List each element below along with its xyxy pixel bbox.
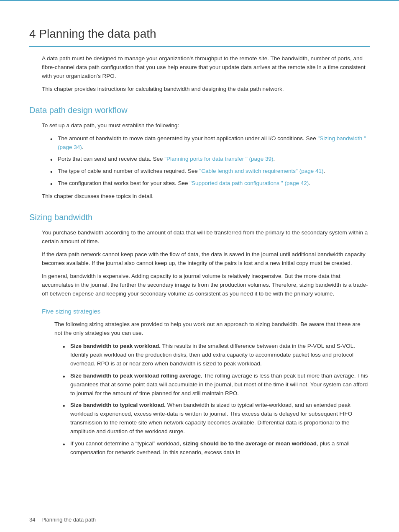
bullet-list-data-path: The amount of bandwidth to move data gen… — [50, 134, 370, 188]
list-item: The configuration that works best for yo… — [50, 179, 370, 188]
bullet-text-4: The configuration that works best for yo… — [58, 180, 189, 186]
strategy-3-bold: Size bandwidth to typical workload. — [70, 402, 166, 408]
list-item: Size bandwidth to peak workload. This re… — [63, 342, 370, 368]
footer-page-number: 34 — [29, 517, 35, 523]
section-body-data-path: To set up a data path, you must establis… — [42, 121, 370, 201]
list-item: The amount of bandwidth to move data gen… — [50, 134, 370, 152]
strategy-4-prefix: If you cannot determine a “typical” work… — [70, 440, 181, 447]
list-item: Size bandwidth to typical workload. When… — [63, 401, 370, 436]
list-item: Size bandwidth to peak workload rolling … — [63, 372, 370, 398]
subsection-body-five-strategies: The following sizing strategies are prov… — [54, 320, 370, 457]
page-footer: 34 Planning the data path — [29, 516, 96, 524]
strategy-1-bold: Size bandwidth to peak workload. — [70, 343, 161, 349]
bullet-text-2: Ports that can send and receive data. Se… — [58, 156, 164, 162]
top-border-decoration — [0, 0, 399, 1]
chapter-title: 4 Planning the data path — [29, 25, 370, 47]
list-item: The type of cable and number of switches… — [50, 167, 370, 176]
link-cable-length[interactable]: "Cable length and switch requirements" (… — [199, 168, 323, 174]
sizing-para-1: You purchase bandwidth according to the … — [42, 229, 370, 246]
section-title-data-path: Data path design workflow — [29, 104, 370, 116]
bullet-list-strategies: Size bandwidth to peak workload. This re… — [63, 342, 370, 457]
five-strategies-intro: The following sizing strategies are prov… — [54, 320, 370, 338]
section-intro-data-path: To set up a data path, you must establis… — [42, 121, 370, 130]
bullet-text-3: The type of cable and number of switches… — [58, 168, 199, 174]
bullet-text-1: The amount of bandwidth to move data gen… — [58, 135, 317, 141]
section-outro-data-path: This chapter discusses these topics in d… — [42, 192, 370, 201]
page-container: 4 Planning the data path A data path mus… — [0, 0, 399, 532]
footer-section-label: Planning the data path — [41, 517, 96, 523]
intro-paragraph-2: This chapter provides instructions for c… — [42, 85, 370, 94]
intro-paragraph-1: A data path must be designed to manage y… — [42, 54, 370, 81]
section-title-sizing: Sizing bandwidth — [29, 211, 370, 224]
subsection-title-five-strategies: Five sizing strategies — [42, 307, 370, 316]
list-item: If you cannot determine a “typical” work… — [63, 439, 370, 457]
sizing-para-2: If the data path network cannot keep pac… — [42, 250, 370, 268]
strategy-4-bold-suffix: sizing should be to the average or mean … — [183, 440, 317, 447]
link-planning-ports[interactable]: "Planning ports for data transfer " (pag… — [164, 156, 273, 162]
strategy-2-bold: Size bandwidth to peak workload rolling … — [70, 373, 202, 379]
list-item: Ports that can send and receive data. Se… — [50, 155, 370, 164]
section-body-sizing: You purchase bandwidth according to the … — [42, 229, 370, 457]
sizing-para-3: In general, bandwidth is expensive. Addi… — [42, 272, 370, 298]
link-supported-configs[interactable]: "Supported data path configurations " (p… — [189, 180, 309, 186]
